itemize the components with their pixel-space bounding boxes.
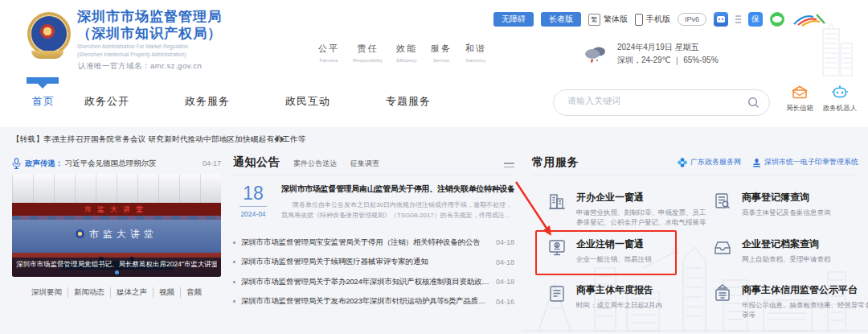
notices-title[interactable]: 通知公告 (233, 155, 280, 170)
notice-item-title: 深圳市市场监督管理局宝安监管局关于停用（注销）相关特种设备的公告 (241, 237, 496, 248)
robot-label: 政务机器人 (820, 104, 860, 113)
notice-item-title: 深圳市市场监督管理局关于举办2024年深圳市知识产权核准制项目资助政策宣讲会..… (241, 277, 496, 287)
official-domain-notice: 认准唯一官方域名：amr.sz.gov.cn (78, 61, 202, 72)
nav-item-interaction[interactable]: 政民互动 (285, 94, 330, 109)
gov-app-icon[interactable] (714, 12, 728, 27)
news-tab-shenzhen[interactable]: 深圳要闻 (26, 287, 68, 298)
featured-notice-summary: 限各单位自本公告发布之日起30日内依规办理注销或停用手续，逾期不处理，我局将依据… (281, 200, 514, 221)
nav-item-home[interactable]: 首页 (32, 94, 55, 109)
notices-tab-case-delivery[interactable]: 案件公告送达 (293, 159, 337, 169)
nav-item-gov-info[interactable]: 政务公开 (84, 94, 129, 109)
value-item: 服务Service (431, 43, 452, 63)
report-document-icon (547, 283, 567, 304)
weather-icon (583, 44, 608, 64)
service-desc: 年报公示信息、抽查检查结果、经营异常名录等 (742, 300, 868, 320)
service-title: 企业登记档案查询 (742, 237, 868, 251)
service-annual-report[interactable]: 商事主体年度报告 时间：成立周年之日起2月内 (547, 283, 707, 310)
wechat-icon[interactable] (770, 12, 784, 27)
notice-item[interactable]: 深圳市市场监督管理局关于续聘医疗器械审评专家的通知 04-18 (233, 253, 514, 273)
photo-led-banner: 市监大讲堂 (12, 203, 221, 216)
notices-tab-survey[interactable]: 征集调查 (350, 159, 379, 169)
ledger-search-icon (712, 191, 733, 212)
notices-header: 通知公告 案件公告送达 征集调查 (233, 155, 514, 175)
service-desc: 时间：成立周年之日起2月内 (576, 300, 707, 310)
robot-icon (831, 85, 849, 99)
service-desc: 企业一般注销、简易注销 (576, 254, 707, 264)
mailbox-label: 局长信箱 (780, 104, 820, 113)
bao-app-icon[interactable]: 保 (748, 12, 763, 27)
service-desc: 申请营业执照、刻制印章、申领发票、员工参保登记、公积金开户登记、水电气报装等 (576, 208, 707, 227)
service-registry-query[interactable]: 商事登记簿查询 商事主体登记及备案信息查询 (712, 191, 868, 217)
value-item: 和谐Harmony (465, 43, 486, 63)
service-title: 开办企业一窗通 (576, 191, 707, 204)
featured-day: 18 (233, 183, 273, 203)
news-tab-audio[interactable]: 音频 (180, 287, 207, 298)
building-icon (547, 191, 567, 212)
news-tab-dynamics[interactable]: 新闻动态 (68, 287, 110, 298)
notice-item-title: 深圳市市场监督管理局关于续聘医疗器械审评专家的通知 (241, 257, 496, 267)
archive-tray-icon (712, 237, 733, 258)
voice-news-title[interactable]: 习近平会见德国总理朔尔茨 (65, 159, 157, 169)
e-seal-system-label: 深圳市统一电子印章管理系统 (764, 157, 858, 167)
bullet-icon (233, 300, 235, 303)
carousel-dot-indicator[interactable] (115, 270, 119, 274)
notice-item[interactable]: 深圳市市场监督管理局宝安监管局关于停用（注销）相关特种设备的公告 04-18 (233, 233, 514, 253)
mobile-version-link[interactable]: 手机版 (635, 14, 670, 26)
value-item: 效能Efficiency (396, 43, 417, 63)
gd-flower-icon (678, 158, 687, 167)
traditional-chinese-link[interactable]: 繁 繁体版 (588, 14, 628, 26)
director-mailbox-tool[interactable]: 局长信箱 (780, 85, 820, 113)
search-input[interactable] (566, 95, 742, 106)
service-archive-query[interactable]: 企业登记档案查询 网上自助查档、受理申请查档 (712, 237, 868, 264)
notice-item[interactable]: 深圳市市场监督管理局关于举办2024年深圳市知识产权核准制项目资助政策宣讲会..… (233, 272, 514, 292)
nav-item-special[interactable]: 专题服务 (386, 94, 431, 109)
nav-item-gov-services[interactable]: 政务服务 (185, 94, 230, 109)
featured-notice-title[interactable]: 深圳市市场监督管理局南山监管局关于停用、注销失联单位特种设备... (281, 183, 514, 195)
news-tab-media[interactable]: 媒体之声 (110, 287, 153, 298)
site-title-zh2: （深圳市知识产权局） (77, 25, 222, 42)
accessibility-button[interactable]: 无障碍 (493, 12, 534, 27)
gov-robot-tool[interactable]: 政务机器人 (820, 85, 860, 113)
service-title: 商事登记簿查询 (742, 191, 868, 204)
gd-gov-service-link[interactable]: 广东政务服务网 (678, 157, 741, 167)
service-open-business[interactable]: 开办企业一窗通 申请营业执照、刻制印章、申领发票、员工参保登记、公积金开户登记、… (547, 191, 707, 227)
e-seal-system-link[interactable]: 深圳市统一电子印章管理系统 (752, 157, 858, 167)
ticker-prev-arrow[interactable] (271, 136, 278, 142)
weather-widget: 2024年4月19日 星期五 深圳，24-29℃ ｜ 65%-95% (583, 41, 719, 67)
carousel-photo[interactable]: 市监大讲堂 市监大讲堂 深圳市市场监督管理局党组书记、局长蔡英权出席2024“市… (12, 174, 221, 277)
featured-month: 2024-04 (233, 210, 273, 218)
service-desc: 网上自助查档、受理申请查档 (742, 254, 868, 264)
ticker-next-arrow[interactable] (280, 136, 288, 142)
notice-item[interactable]: 深圳市市场监督管理局关于发布2023年深圳市针织运动护具等5类产品质量监督抽..… (233, 292, 514, 312)
ipv6-badge[interactable]: IPv6 (678, 13, 706, 26)
bullet-icon (233, 241, 235, 244)
service-credit-platform[interactable]: 商事主体信用监管公示平台 年报公示信息、抽查检查结果、经营异常名录等 (712, 283, 868, 320)
notices-more-icon[interactable] (504, 160, 514, 170)
news-tab-video[interactable]: 视频 (153, 287, 180, 298)
header-quickbar: 无障碍 长者版 繁 繁体版 手机版 IPv6 保 (493, 10, 827, 28)
mailbox-icon (791, 85, 809, 99)
service-desc: 商事主体登记及备案信息查询 (742, 208, 868, 217)
building-sketch-top (805, 23, 858, 77)
news-category-tabs: 深圳要闻 新闻动态 媒体之声 视频 音频 (12, 287, 221, 298)
site-title-zh: 深圳市市场监督管理局 (77, 8, 222, 25)
search-box (553, 89, 770, 116)
weather-date: 2024年4月19日 星期五 (617, 41, 719, 54)
photo-ceiling (12, 174, 221, 203)
credit-plaque-icon (712, 283, 733, 304)
photo-screen-text: 市监大讲堂 (89, 229, 158, 240)
traditional-chinese-label: 繁体版 (604, 14, 628, 25)
page: 深圳市市场监督管理局 （深圳市知识产权局） Shenzhen Administr… (0, 0, 868, 334)
gov-app-tiny-label (735, 15, 741, 24)
service-deregistration[interactable]: 企业注销一窗通 企业一般注销、简易注销 (547, 237, 707, 264)
search-icon[interactable] (747, 97, 760, 109)
voice-news-row: 政声传递： 习近平会见德国总理朔尔茨 04-17 (12, 155, 221, 171)
mobile-version-label: 手机版 (646, 14, 670, 25)
bullet-icon (233, 281, 235, 283)
voice-news-date: 04-17 (203, 159, 221, 167)
weather-info: 深圳，24-29℃ ｜ 65%-95% (617, 54, 719, 67)
gd-gov-service-label: 广东政务服务网 (690, 157, 741, 167)
service-title: 商事主体年度报告 (576, 283, 707, 297)
elder-version-button[interactable]: 长者版 (541, 12, 581, 27)
news-ticker[interactable]: 【转载】李强主持召开国务院常务会议 研究新时代推动中部地区加快崛起有关工作等 (12, 134, 306, 145)
